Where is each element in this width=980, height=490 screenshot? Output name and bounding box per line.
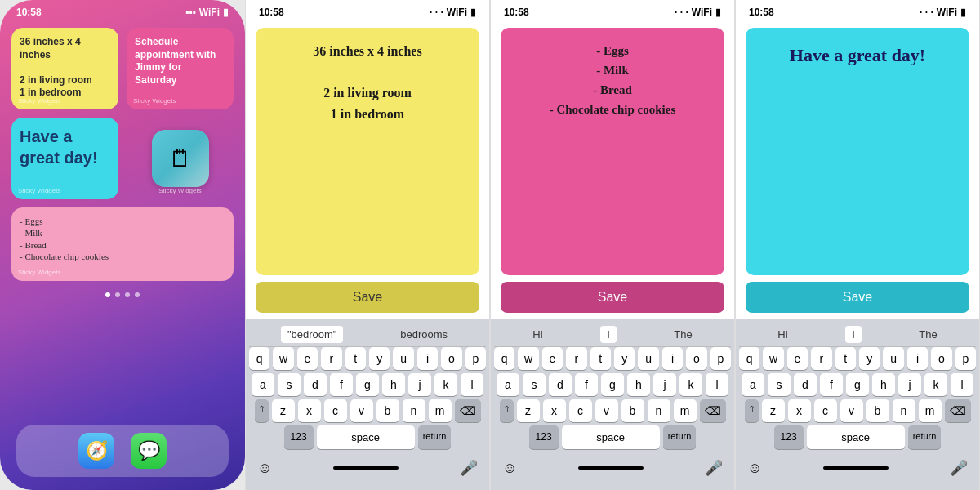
ph4-key-a[interactable]: a xyxy=(742,373,764,396)
key-d[interactable]: d xyxy=(304,373,327,396)
ph3-key-h[interactable]: h xyxy=(627,373,650,396)
ph3-key-l[interactable]: l xyxy=(706,373,728,396)
ph4-key-s[interactable]: s xyxy=(768,373,791,396)
ph3-key-b[interactable]: b xyxy=(621,399,644,422)
phone2-note-text[interactable]: 36 inches x 4 inches 2 in living room 1 … xyxy=(269,41,466,124)
ph4-suggestion1[interactable]: Hi xyxy=(771,326,794,343)
ph4-key-h[interactable]: h xyxy=(872,373,895,396)
ph4-key-g[interactable]: g xyxy=(846,373,869,396)
ph4-key-v[interactable]: v xyxy=(840,399,863,422)
ph3-key-v[interactable]: v xyxy=(595,399,618,422)
key-t[interactable]: t xyxy=(345,347,366,370)
sticky-app-icon[interactable]: 🗒 xyxy=(152,130,209,187)
ph3-key-c[interactable]: c xyxy=(569,399,592,422)
key-num[interactable]: 123 xyxy=(284,425,314,449)
ph4-key-num[interactable]: 123 xyxy=(774,425,804,449)
mic-button[interactable]: 🎤 xyxy=(457,456,481,480)
ph4-key-c[interactable]: c xyxy=(814,399,837,422)
ph3-key-d[interactable]: d xyxy=(549,373,572,396)
key-g[interactable]: g xyxy=(356,373,379,396)
ph4-key-q[interactable]: q xyxy=(739,347,760,370)
ph3-key-g[interactable]: g xyxy=(601,373,624,396)
ph4-key-n[interactable]: n xyxy=(893,399,915,422)
ph4-suggestion3[interactable]: The xyxy=(912,326,943,343)
key-shift[interactable]: ⇧ xyxy=(255,399,269,422)
ph4-key-f[interactable]: f xyxy=(820,373,843,396)
ph4-key-l[interactable]: l xyxy=(951,373,973,396)
ph4-key-b[interactable]: b xyxy=(866,399,889,422)
ph4-key-z[interactable]: z xyxy=(762,399,785,422)
ph3-key-return[interactable]: return xyxy=(663,425,697,449)
ph3-key-n[interactable]: n xyxy=(648,399,670,422)
key-s[interactable]: s xyxy=(278,373,301,396)
widget-cyan[interactable]: Have a great day! Sticky Widgets xyxy=(11,118,118,199)
ph3-key-w[interactable]: w xyxy=(518,347,538,370)
key-k[interactable]: k xyxy=(434,373,457,396)
messages-icon[interactable]: 💬 xyxy=(131,433,167,469)
ph3-key-s[interactable]: s xyxy=(523,373,546,396)
ph4-key-i[interactable]: i xyxy=(907,347,928,370)
widget-yellow[interactable]: 36 inches x 4 inches 2 in living room 1 … xyxy=(11,28,118,109)
ph3-key-num[interactable]: 123 xyxy=(529,425,559,449)
widget-app-icon[interactable]: 🗒 Sticky Widgets xyxy=(127,118,234,199)
key-n[interactable]: n xyxy=(403,399,425,422)
ph4-key-u[interactable]: u xyxy=(883,347,903,370)
ph3-key-x[interactable]: x xyxy=(543,399,566,422)
suggestion2[interactable]: bedrooms xyxy=(394,326,454,343)
key-j[interactable]: j xyxy=(408,373,431,396)
ph4-key-e[interactable]: e xyxy=(787,347,808,370)
widget-list[interactable]: - Eggs - Milk - Bread - Chocolate chip c… xyxy=(11,207,234,281)
key-z[interactable]: z xyxy=(272,399,295,422)
phone4-note-text[interactable]: Have a great day! xyxy=(759,41,956,69)
ph4-emoji-button[interactable]: ☺ xyxy=(744,457,765,480)
ph4-key-p[interactable]: p xyxy=(956,347,976,370)
ph3-key-z[interactable]: z xyxy=(517,399,540,422)
key-l[interactable]: l xyxy=(461,373,483,396)
safari-icon[interactable]: 🧭 xyxy=(78,433,114,469)
ph4-key-m[interactable]: m xyxy=(919,399,942,422)
ph4-key-j[interactable]: j xyxy=(898,373,921,396)
emoji-button[interactable]: ☺ xyxy=(254,457,275,480)
ph4-key-o[interactable]: o xyxy=(931,347,951,370)
ph3-key-q[interactable]: q xyxy=(494,347,514,370)
ph3-key-a[interactable]: a xyxy=(497,373,519,396)
ph3-key-p[interactable]: p xyxy=(710,347,731,370)
ph3-suggestion3[interactable]: The xyxy=(667,326,698,343)
phone2-note-area[interactable]: 36 inches x 4 inches 2 in living room 1 … xyxy=(256,28,479,275)
key-b[interactable]: b xyxy=(376,399,399,422)
ph3-mic-button[interactable]: 🎤 xyxy=(702,456,726,480)
key-u[interactable]: u xyxy=(393,347,413,370)
ph3-suggestion2[interactable]: I xyxy=(600,326,617,343)
ph3-key-t[interactable]: t xyxy=(590,347,611,370)
ph4-key-delete[interactable]: ⌫ xyxy=(945,399,971,422)
phone4-save-button[interactable]: Save xyxy=(746,282,969,313)
ph4-key-t[interactable]: t xyxy=(835,347,856,370)
widget-pink[interactable]: Schedule appointment with Jimmy for Satu… xyxy=(127,28,234,109)
key-m[interactable]: m xyxy=(429,399,452,422)
ph3-key-k[interactable]: k xyxy=(679,373,702,396)
ph4-suggestion2[interactable]: I xyxy=(845,326,862,343)
ph3-key-e[interactable]: e xyxy=(542,347,563,370)
ph4-mic-button[interactable]: 🎤 xyxy=(947,456,971,480)
key-w[interactable]: w xyxy=(273,347,293,370)
ph4-key-shift[interactable]: ⇧ xyxy=(745,399,759,422)
ph3-key-space[interactable]: space xyxy=(562,425,660,449)
ph3-key-r[interactable]: r xyxy=(566,347,586,370)
ph4-key-d[interactable]: d xyxy=(794,373,817,396)
phone3-note-area[interactable]: - Eggs - Milk - Bread - Chocolate chip c… xyxy=(501,28,724,275)
ph3-key-j[interactable]: j xyxy=(653,373,676,396)
key-e[interactable]: e xyxy=(297,347,318,370)
phone2-save-button[interactable]: Save xyxy=(256,282,479,313)
ph4-key-y[interactable]: y xyxy=(859,347,880,370)
key-x[interactable]: x xyxy=(298,399,321,422)
phone3-note-text[interactable]: - Eggs - Milk - Bread - Chocolate chip c… xyxy=(514,41,711,119)
ph3-key-o[interactable]: o xyxy=(686,347,706,370)
key-v[interactable]: v xyxy=(350,399,373,422)
key-q[interactable]: q xyxy=(249,347,270,370)
ph3-suggestion1[interactable]: Hi xyxy=(526,326,549,343)
key-r[interactable]: r xyxy=(321,347,341,370)
key-delete[interactable]: ⌫ xyxy=(455,399,481,422)
ph4-key-r[interactable]: r xyxy=(811,347,831,370)
phone3-save-button[interactable]: Save xyxy=(501,282,724,313)
ph4-key-space[interactable]: space xyxy=(807,425,905,449)
